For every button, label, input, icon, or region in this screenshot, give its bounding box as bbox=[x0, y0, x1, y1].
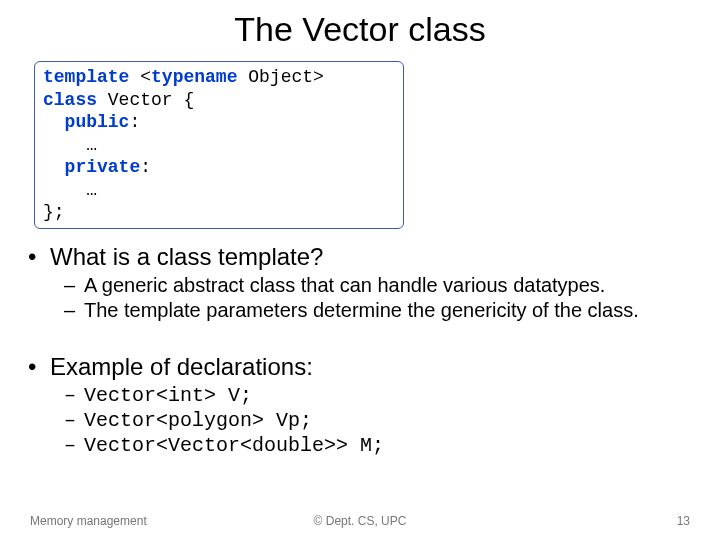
bullet-example: Vector<polygon> Vp; bbox=[20, 408, 700, 433]
page-title: The Vector class bbox=[0, 0, 720, 61]
bullet-answer: The template parameters determine the ge… bbox=[20, 298, 700, 323]
code-kw: private bbox=[65, 157, 141, 177]
code-text bbox=[43, 112, 65, 132]
bullet-question-1: What is a class template? bbox=[20, 243, 700, 271]
code-box: template <typename Object> class Vector … bbox=[34, 61, 404, 229]
bullet-question-2: Example of declarations: bbox=[20, 353, 700, 381]
slide: The Vector class template <typename Obje… bbox=[0, 0, 720, 540]
footer-page-number: 13 bbox=[677, 514, 690, 528]
footer-center: © Dept. CS, UPC bbox=[0, 514, 720, 528]
code-kw: public bbox=[65, 112, 130, 132]
bullet-example: Vector<int> V; bbox=[20, 383, 700, 408]
code-text: Object> bbox=[237, 67, 323, 87]
bullet-answer: A generic abstract class that can handle… bbox=[20, 273, 700, 298]
code-text: … bbox=[43, 135, 97, 155]
bullet-example: Vector<Vector<double>> M; bbox=[20, 433, 700, 458]
code-text: … bbox=[43, 180, 97, 200]
code-text: : bbox=[129, 112, 140, 132]
code-kw: template bbox=[43, 67, 129, 87]
code-text: : bbox=[140, 157, 151, 177]
code-text: Vector { bbox=[97, 90, 194, 110]
code-kw: class bbox=[43, 90, 97, 110]
body-content: What is a class template? A generic abst… bbox=[20, 243, 700, 458]
code-text: < bbox=[129, 67, 151, 87]
code-text: }; bbox=[43, 202, 65, 222]
code-kw: typename bbox=[151, 67, 237, 87]
code-text bbox=[43, 157, 65, 177]
